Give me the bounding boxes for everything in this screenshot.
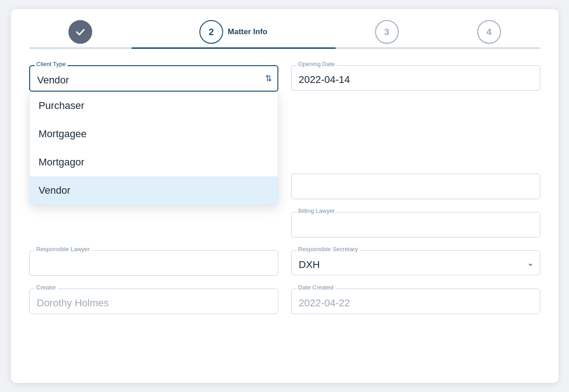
client-type-select-wrapper[interactable]: Vendor ⇅ [29, 65, 278, 92]
responsible-secretary-label: Responsible Secretary [297, 246, 360, 253]
step-3-item[interactable]: 3 [336, 20, 438, 49]
client-type-dropdown: Purchaser Mortgagee Mortgagor Vendor [29, 92, 278, 205]
dropdown-item-vendor[interactable]: Vendor [30, 176, 278, 205]
creator-input [29, 289, 278, 314]
empty-right-group [291, 174, 540, 199]
billing-lawyer-label: Billing Lawyer [297, 207, 337, 214]
opening-date-group: Opening Date [291, 65, 540, 92]
dropdown-item-mortgagee[interactable]: Mortgagee [30, 120, 278, 148]
row-3: Billing Lawyer [29, 212, 540, 237]
creator-label: Creator [35, 284, 58, 291]
step-4-item[interactable]: 4 [438, 20, 540, 49]
dropdown-item-purchaser[interactable]: Purchaser [30, 92, 278, 120]
billing-lawyer-group: Billing Lawyer [291, 212, 540, 237]
responsible-lawyer-input[interactable] [29, 250, 278, 276]
step-2-item[interactable]: 2 Matter Info [131, 20, 336, 49]
form-content: Client Type Vendor ⇅ Purchaser Mortgagee… [11, 49, 559, 314]
row-4: Responsible Lawyer Responsible Secretary… [29, 250, 540, 276]
date-created-label: Date Created [297, 284, 335, 291]
main-card: 2 Matter Info 3 4 [11, 9, 559, 383]
responsible-secretary-select[interactable]: DXH [291, 250, 540, 275]
step-1-item[interactable] [29, 20, 131, 49]
date-created-group: Date Created [291, 289, 540, 314]
responsible-secretary-select-wrapper[interactable]: DXH ⌄ [291, 250, 540, 275]
responsible-lawyer-label: Responsible Lawyer [35, 246, 92, 253]
creator-group: Creator [29, 289, 278, 314]
row-5: Creator Date Created [29, 289, 540, 314]
responsible-lawyer-group: Responsible Lawyer [29, 250, 278, 276]
empty-right-input[interactable] [291, 174, 540, 199]
billing-lawyer-input[interactable] [291, 212, 540, 237]
date-created-input [291, 289, 540, 314]
opening-date-input[interactable] [291, 65, 540, 91]
step-1-circle [68, 20, 92, 44]
step-3-circle: 3 [375, 20, 399, 44]
dropdown-item-mortgagor[interactable]: Mortgagor [30, 148, 278, 176]
opening-date-label: Opening Date [297, 61, 337, 67]
responsible-secretary-group: Responsible Secretary DXH ⌄ [291, 250, 540, 276]
row-1: Client Type Vendor ⇅ Purchaser Mortgagee… [29, 65, 540, 92]
client-type-field[interactable]: Vendor [29, 65, 278, 92]
step-2-circle: 2 [199, 20, 223, 44]
step-4-circle: 4 [477, 20, 501, 44]
client-type-label: Client Type [35, 61, 68, 67]
steps-header: 2 Matter Info 3 4 [11, 9, 559, 49]
step-2-label: Matter Info [228, 27, 267, 36]
client-type-group: Client Type Vendor ⇅ Purchaser Mortgagee… [29, 65, 278, 92]
